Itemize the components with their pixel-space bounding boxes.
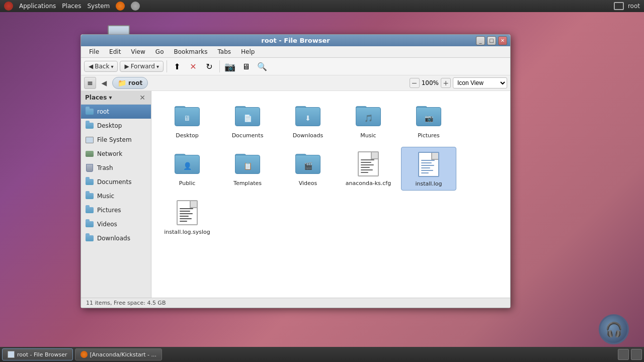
- sidebar-header: Places ▾ ✕: [81, 91, 151, 105]
- taskbar-anaconda-icon: [80, 351, 88, 358]
- home-button[interactable]: 📷: [223, 59, 237, 73]
- file-item-anaconda-ks[interactable]: anaconda-ks.cfg: [341, 147, 396, 191]
- sidebar-pictures-label: Pictures: [97, 207, 121, 214]
- sidebar-network-label: Network: [97, 150, 122, 157]
- screen-icon: [614, 2, 624, 10]
- view-mode-select[interactable]: Icon View List View Compact View: [453, 77, 507, 88]
- file-grid: 🖥 Desktop 📄 Documents: [159, 99, 502, 238]
- breadcrumb-back-arrow[interactable]: ◀: [99, 78, 109, 88]
- sidebar-item-videos[interactable]: Videos: [81, 217, 151, 231]
- file-area[interactable]: 🖥 Desktop 📄 Documents: [151, 91, 510, 298]
- sidebar-videos-icon: [85, 220, 94, 229]
- headphone-widget: [599, 314, 629, 344]
- sidebar-documents-label: Documents: [97, 178, 131, 186]
- places-menu[interactable]: Places: [62, 3, 81, 10]
- sidebar-music-label: Music: [97, 193, 114, 200]
- sidebar-item-documents[interactable]: Documents: [81, 175, 151, 189]
- back-button[interactable]: ◀ Back ▾: [84, 61, 118, 72]
- reload-button[interactable]: ↻: [202, 59, 216, 73]
- taskbar-anaconda-label: [Anaconda/Kickstart - ...: [90, 351, 156, 358]
- content-area: Places ▾ ✕ root Desktop File System: [81, 91, 510, 298]
- taskbar-file-browser[interactable]: root - File Browser: [2, 348, 73, 360]
- install-log-syslog-label: install.log.syslog: [164, 229, 210, 235]
- sidebar-item-music[interactable]: Music: [81, 189, 151, 203]
- install-log-icon: [415, 150, 443, 178]
- top-right: root: [614, 2, 640, 10]
- sidebar: Places ▾ ✕ root Desktop File System: [81, 91, 151, 298]
- file-item-documents[interactable]: 📄 Documents: [220, 99, 275, 142]
- sidebar-trash-icon: [85, 163, 94, 172]
- pager-btn-2[interactable]: [631, 349, 642, 360]
- status-text: 11 items, Free space: 4.5 GB: [86, 300, 166, 306]
- computer-button[interactable]: 🖥: [239, 59, 253, 73]
- menu-bookmarks[interactable]: Bookmarks: [170, 47, 211, 56]
- file-item-install-log-syslog[interactable]: install.log.syslog: [159, 196, 215, 238]
- menu-view[interactable]: View: [127, 47, 149, 56]
- toolbar-separator-2: [219, 60, 220, 72]
- status-bar: 11 items, Free space: 4.5 GB: [81, 298, 510, 308]
- zoom-in-button[interactable]: +: [441, 78, 451, 88]
- taskbar-file-browser-label: root - File Browser: [17, 351, 67, 358]
- file-item-downloads[interactable]: ⬇ Downloads: [280, 99, 336, 142]
- menu-bar: File Edit View Go Bookmarks Tabs Help: [81, 46, 510, 58]
- system-menu[interactable]: System: [87, 3, 110, 10]
- file-item-videos[interactable]: 🎬 Videos: [280, 147, 336, 191]
- menu-file[interactable]: File: [85, 47, 103, 56]
- search-button[interactable]: 🔍: [255, 59, 269, 73]
- pager-btn-1[interactable]: [618, 349, 629, 360]
- window-title: root - File Browser: [85, 37, 506, 44]
- close-button[interactable]: ✕: [498, 36, 507, 45]
- file-item-pictures[interactable]: 📷 Pictures: [401, 99, 456, 142]
- menu-edit[interactable]: Edit: [105, 47, 125, 56]
- fedora-icon: [4, 2, 13, 11]
- forward-arrow-icon: ▶: [124, 63, 129, 70]
- sidebar-item-network[interactable]: Network: [81, 147, 151, 161]
- forward-chevron-icon: ▾: [156, 64, 159, 69]
- file-item-public[interactable]: 👤 Public: [159, 147, 215, 191]
- sidebar-item-desktop[interactable]: Desktop: [81, 119, 151, 133]
- file-item-desktop[interactable]: 🖥 Desktop: [159, 99, 215, 142]
- sidebar-pictures-icon: [85, 206, 94, 215]
- folder-downloads-label: Downloads: [293, 132, 323, 139]
- sidebar-root-label: root: [97, 108, 109, 115]
- menu-tabs[interactable]: Tabs: [214, 47, 235, 56]
- anaconda-ks-icon: [354, 150, 382, 178]
- taskbar-anaconda[interactable]: [Anaconda/Kickstart - ...: [75, 348, 162, 360]
- folder-templates-label: Templates: [233, 180, 262, 187]
- zoom-out-button[interactable]: −: [410, 78, 420, 88]
- maximize-button[interactable]: □: [487, 36, 496, 45]
- forward-label: Forward: [131, 63, 155, 70]
- folder-desktop-icon: 🖥: [173, 102, 201, 130]
- up-button[interactable]: ⬆: [170, 59, 184, 73]
- sidebar-item-pictures[interactable]: Pictures: [81, 203, 151, 217]
- sidebar-trash-label: Trash: [97, 164, 113, 171]
- sidebar-close-button[interactable]: ✕: [138, 93, 147, 102]
- menu-go[interactable]: Go: [151, 47, 168, 56]
- sidebar-item-downloads[interactable]: Downloads: [81, 231, 151, 245]
- breadcrumb-label: root: [128, 79, 142, 86]
- file-item-install-log[interactable]: install.log: [401, 147, 456, 191]
- sidebar-item-trash[interactable]: Trash: [81, 161, 151, 175]
- sidebar-item-filesystem[interactable]: File System: [81, 133, 151, 147]
- file-item-templates[interactable]: 📋 Templates: [220, 147, 275, 191]
- location-bar: ≡ ◀ 📁 root − 100% + Icon View List View …: [81, 75, 510, 91]
- forward-button[interactable]: ▶ Forward ▾: [120, 61, 164, 72]
- applications-menu[interactable]: Applications: [19, 3, 56, 10]
- taskbar-right: [618, 349, 642, 360]
- stop-button[interactable]: ✕: [186, 59, 200, 73]
- folder-videos-label: Videos: [299, 180, 317, 187]
- location-toggle[interactable]: ≡: [84, 77, 96, 89]
- folder-downloads-icon: ⬇: [294, 102, 322, 130]
- file-item-music[interactable]: 🎵 Music: [341, 99, 396, 142]
- sidebar-item-root[interactable]: root: [81, 105, 151, 119]
- folder-pictures-icon: 📷: [415, 102, 443, 130]
- folder-desktop-label: Desktop: [176, 132, 198, 139]
- minimize-button[interactable]: _: [476, 36, 485, 45]
- folder-music-label: Music: [360, 132, 376, 139]
- menu-help[interactable]: Help: [237, 47, 259, 56]
- back-label: Back: [95, 63, 109, 70]
- window-controls: _ □ ✕: [476, 36, 507, 45]
- sidebar-downloads-label: Downloads: [97, 235, 130, 242]
- breadcrumb-root[interactable]: 📁 root: [112, 77, 148, 89]
- back-chevron-icon: ▾: [111, 64, 113, 69]
